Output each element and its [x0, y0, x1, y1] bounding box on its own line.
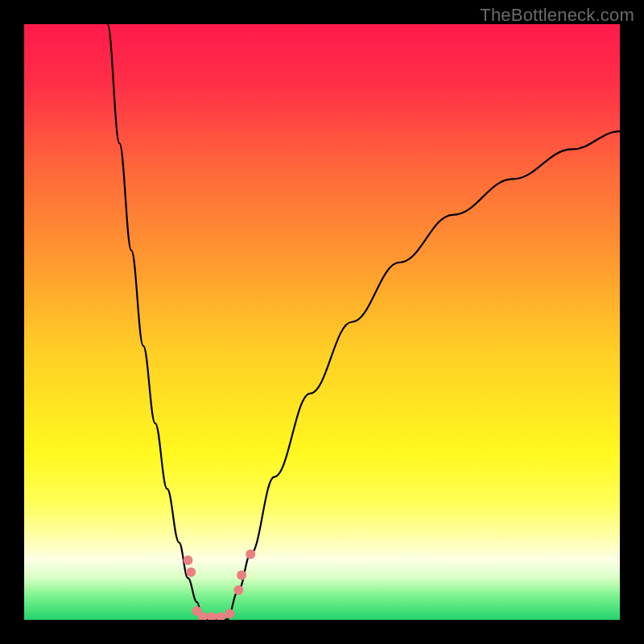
- marker-point: [207, 612, 217, 620]
- marker-point: [237, 571, 246, 580]
- plot-area: [24, 24, 620, 620]
- watermark-text: TheBottleneck.com: [480, 5, 634, 26]
- marker-point: [184, 555, 193, 565]
- marker-point: [186, 568, 196, 577]
- marker-point: [225, 609, 234, 619]
- marker-point: [233, 585, 243, 595]
- curves-layer: [24, 24, 620, 620]
- curve-left-branch: [108, 24, 203, 620]
- marker-point: [246, 550, 255, 559]
- curve-right-branch: [227, 131, 620, 620]
- marker-point: [216, 612, 225, 620]
- chart-frame: TheBottleneck.com: [0, 0, 644, 644]
